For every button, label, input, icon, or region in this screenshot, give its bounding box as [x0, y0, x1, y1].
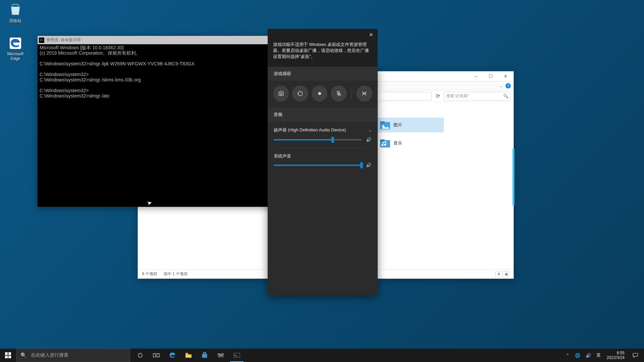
- cmd-line: C:\Windows\system32>slmgr /skms kms.03k.…: [40, 77, 141, 82]
- folder-label: 图片: [393, 122, 402, 128]
- recycle-bin[interactable]: 回收站: [3, 3, 28, 24]
- svg-rect-14: [185, 353, 188, 354]
- system-tray: ⌃ 🌐 🔊 英 8:55 2022/3/24: [563, 349, 644, 362]
- taskbar: 🔍 在此键入进行搜索 ⌃ 🌐 🔊 英 8:55 2022/3/24: [0, 349, 644, 362]
- edge-icon: [8, 36, 22, 50]
- terminal-icon: [233, 353, 240, 358]
- explorer-close-button[interactable]: ✕: [498, 72, 513, 81]
- divider: [280, 148, 366, 148]
- audio-section-title: 音频: [268, 108, 378, 122]
- explorer-minimize-button[interactable]: ─: [469, 72, 483, 81]
- task-view-button[interactable]: [148, 349, 164, 362]
- record-last-button[interactable]: [292, 85, 308, 102]
- svg-rect-5: [380, 139, 385, 141]
- svg-rect-15: [202, 354, 207, 358]
- svg-rect-12: [153, 354, 156, 357]
- broadcast-icon: [361, 90, 368, 97]
- mic-mute-button[interactable]: [331, 85, 346, 102]
- cmd-line: Microsoft Windows [版本 10.0.18362.30]: [40, 45, 124, 50]
- store-taskbar-button[interactable]: [197, 349, 213, 362]
- explorer-taskbar-button[interactable]: [180, 349, 197, 362]
- recycle-bin-icon: [8, 3, 22, 17]
- cmd-line: C:\Windows\system32>: [40, 88, 89, 93]
- clock-time: 8:55: [607, 351, 625, 355]
- notification-icon: [632, 352, 638, 358]
- edge-icon: [169, 352, 176, 359]
- music-folder-icon: [379, 137, 391, 149]
- view-icons-button[interactable]: ▦: [503, 271, 509, 277]
- start-button[interactable]: [0, 349, 16, 362]
- volume-icon[interactable]: 🔊: [583, 349, 594, 362]
- audio-device-selector[interactable]: 扬声器 (High Definition Audio Device) ⌄: [274, 125, 372, 136]
- rewind-icon: [297, 90, 304, 97]
- cmd-line: C:\Windows\system32>slmgr /ato: [40, 93, 109, 99]
- ribbon-expand-icon[interactable]: ⌄: [499, 83, 503, 88]
- folder-icon: [185, 352, 192, 358]
- cmd-line: C:\Windows\system32>: [40, 72, 89, 77]
- taskbar-search-input[interactable]: 🔍 在此键入进行搜索: [16, 349, 130, 362]
- pictures-folder-icon: [379, 119, 391, 131]
- chevron-down-icon: ⌄: [368, 128, 372, 132]
- view-details-button[interactable]: ≣: [495, 271, 502, 277]
- record-button[interactable]: [312, 85, 327, 102]
- tray-overflow-button[interactable]: ⌃: [563, 349, 572, 362]
- svg-point-6: [280, 93, 282, 95]
- edge-label: Microsoft Edge: [3, 52, 28, 61]
- gamebar-notice-strip: ✕ 游戏功能不适用于 Windows 桌面或文件资源管理器。若要启动桌面广播，请…: [268, 29, 378, 67]
- refresh-button[interactable]: ⟳: [434, 93, 442, 99]
- cmd-taskbar-button[interactable]: [229, 349, 245, 362]
- status-selected-count: 选中 1 个项目: [163, 271, 188, 277]
- capture-section-title: 游戏捕获: [268, 67, 378, 81]
- system-volume-slider[interactable]: [274, 165, 362, 166]
- snap-hint: [512, 148, 515, 205]
- speaker-icon[interactable]: 🔊: [366, 137, 372, 142]
- svg-point-11: [138, 353, 142, 357]
- clock-date: 2022/3/24: [607, 355, 625, 360]
- separator: [352, 87, 352, 100]
- mail-taskbar-button[interactable]: [213, 349, 229, 362]
- svg-rect-17: [234, 353, 240, 357]
- cortana-button[interactable]: [132, 349, 148, 362]
- edge-shortcut[interactable]: Microsoft Edge: [3, 36, 28, 61]
- status-item-count: 9 个项目: [142, 271, 157, 277]
- search-icon: 🔍: [503, 94, 508, 99]
- edge-taskbar-button[interactable]: [164, 349, 180, 362]
- svg-rect-16: [218, 353, 224, 357]
- svg-point-8: [318, 92, 321, 95]
- speaker-icon[interactable]: 🔊: [366, 163, 372, 168]
- screenshot-button[interactable]: [273, 85, 289, 102]
- clock[interactable]: 8:55 2022/3/24: [603, 351, 628, 360]
- folder-pictures[interactable]: 图片: [377, 118, 444, 132]
- folder-label: 音乐: [393, 140, 402, 146]
- camera-icon: [278, 90, 284, 97]
- device-volume-slider[interactable]: [274, 139, 362, 140]
- svg-rect-2: [380, 121, 385, 123]
- ime-indicator[interactable]: 英: [594, 349, 603, 362]
- explorer-maximize-button[interactable]: ☐: [483, 72, 498, 81]
- recycle-bin-label: 回收站: [3, 18, 28, 24]
- taskbar-search-placeholder: 在此键入进行搜索: [31, 352, 68, 358]
- cmd-icon: C:\: [39, 38, 44, 43]
- gamebar-close-button[interactable]: ✕: [367, 31, 375, 39]
- svg-rect-18: [633, 353, 638, 356]
- cmd-line: C:\Windows\system32>slmgr /ipk W269N-WFG…: [40, 61, 195, 66]
- search-icon: 🔍: [20, 352, 27, 358]
- system-audio-label: 系统声音: [274, 152, 372, 162]
- svg-rect-13: [157, 354, 160, 357]
- help-icon[interactable]: ?: [505, 83, 511, 88]
- network-icon[interactable]: 🌐: [572, 349, 583, 362]
- gamebar-notice-text: 游戏功能不适用于 Windows 桌面或文件资源管理器。若要启动桌面广播，请启动…: [273, 42, 372, 60]
- mic-off-icon: [335, 90, 342, 97]
- explorer-search-input[interactable]: 搜索"此电脑" 🔍: [444, 92, 511, 101]
- explorer-search-placeholder: 搜索"此电脑": [446, 93, 469, 99]
- capture-buttons-row: [268, 81, 378, 108]
- folder-music[interactable]: 音乐: [377, 136, 444, 150]
- record-icon: [316, 90, 323, 97]
- cmd-line: (c) 2019 Microsoft Corporation。保留所有权利。: [40, 50, 141, 56]
- action-center-button[interactable]: [628, 352, 643, 358]
- gamebar-panel: ✕ 游戏功能不适用于 Windows 桌面或文件资源管理器。若要启动桌面广播，请…: [268, 67, 378, 295]
- audio-device-label: 扬声器 (High Definition Audio Device): [274, 127, 346, 133]
- broadcast-button[interactable]: [357, 85, 372, 102]
- mail-icon: [217, 353, 224, 358]
- svg-point-10: [364, 93, 365, 95]
